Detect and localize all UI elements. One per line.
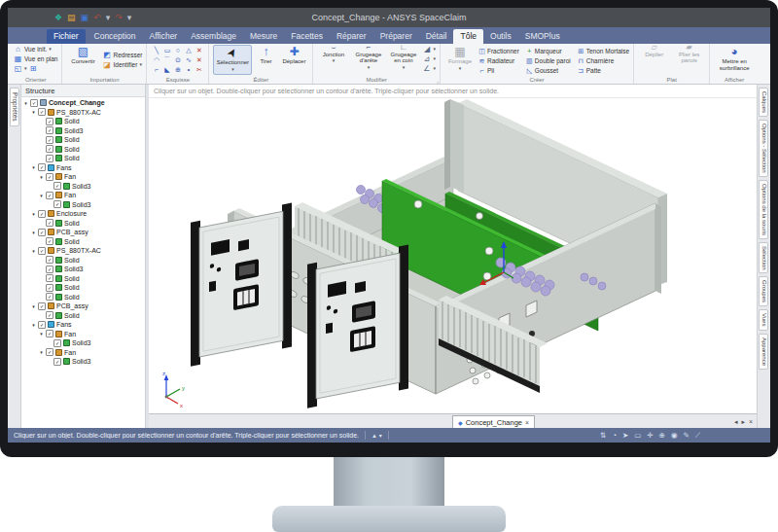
visibility-checkbox[interactable]: ✓ [46,348,53,356]
visibility-checkbox[interactable]: ✓ [46,126,53,134]
tree-row-solid3[interactable]: ✓Solid3 [21,200,145,210]
identifier-button[interactable]: ◪ Identifier ▾ [102,60,142,69]
expander-icon[interactable]: ▾ [39,349,44,355]
corner-relief-button[interactable]: ∠▾ [422,64,436,73]
ribbon-tab-afficher[interactable]: Afficher [143,29,185,44]
tree-row-ps_880tx-ac[interactable]: ▾✓PS_880TX-AC [21,108,145,118]
visibility-checkbox[interactable]: ✓ [46,155,53,162]
vue-en-plan-button[interactable]: ▦ Vue en plan [14,54,57,63]
tenon-mortaise-button[interactable]: ⊞Tenon Mortaise [578,47,629,55]
deplacer-button[interactable]: ✚ Déplacer [279,45,308,75]
tree-row-solid[interactable]: ✓Solid [21,256,145,266]
ribbon-tab-outils[interactable]: Outils [483,29,518,44]
visibility-checkbox[interactable]: ✓ [46,284,53,292]
spline-icon[interactable]: ∿ [183,55,194,65]
visibility-checkbox[interactable]: ✓ [46,237,53,245]
ribbon-tab-mesure[interactable]: Mesure [243,29,284,44]
expander-icon[interactable]: ▾ [31,211,36,217]
tree-row-fan[interactable]: ▾✓Fan [21,172,145,182]
visibility-checkbox[interactable]: ✓ [46,219,53,227]
visibility-checkbox[interactable]: ✓ [38,321,46,329]
tree-row-ps_880tx-ac[interactable]: ▾✓PS_880TX-AC [21,246,145,256]
tree-row-solid3[interactable]: ✓Solid3 [21,126,145,136]
ribbon-tab-assemblage[interactable]: Assemblage [184,29,243,44]
expander-icon[interactable]: ▾ [31,322,36,328]
expander-icon[interactable]: ▾ [31,164,36,170]
expander-icon[interactable]: ▾ [31,230,36,235]
tree-row-solid[interactable]: ✓Solid [21,219,145,229]
close-tab-icon[interactable]: × [525,419,529,426]
tree-row-solid3[interactable]: ✓Solid3 [21,338,145,348]
tree-row-solid[interactable]: ✓Solid [21,117,145,126]
visibility-checkbox[interactable]: ✓ [53,358,61,366]
visibility-checkbox[interactable]: ✓ [46,311,53,319]
bend-button[interactable]: ◢▾ [422,45,436,53]
expander-icon[interactable]: ▾ [39,193,44,198]
charniere-button[interactable]: ⊓Charnière [578,56,629,65]
tree-row-solid[interactable]: ✓Solid [21,237,145,247]
right-tab-options-s-lection[interactable]: Options - Sélection [759,120,768,177]
viewport-3d[interactable]: Cliquer sur un objet. Double-cliquer pou… [149,85,757,413]
ribbon-tab-smoplus[interactable]: SMOPlus [518,29,567,44]
document-tab[interactable]: ◆ Concept_Change × [452,415,535,428]
pli-button[interactable]: ⌐Pli [478,66,519,75]
visibility-checkbox[interactable]: ✓ [53,182,61,190]
expander-icon[interactable]: ▾ [31,109,36,115]
orbit-icon[interactable]: ◔ [612,431,617,441]
expander-icon[interactable]: ▾ [31,303,36,309]
right-tab-s-lection[interactable]: Sélection [759,242,768,274]
model-canvas[interactable]: z y x [149,97,757,413]
visibility-checkbox[interactable]: ✓ [53,200,61,208]
zoom-icon[interactable]: ⊕ [659,431,665,441]
arc-icon[interactable]: ◠ [151,55,161,65]
patte-button[interactable]: ⊐Patte [578,66,629,75]
expander-icon[interactable]: ▾ [39,331,44,337]
tree-row-concept_change[interactable]: ▾✓Concept_Change [21,98,145,108]
visibility-checkbox[interactable]: ✓ [53,339,61,347]
ribbon-tab-réparer[interactable]: Réparer [330,29,373,44]
visibility-checkbox[interactable]: ✓ [38,302,46,310]
unbend-button[interactable]: ⊿▾ [422,54,436,63]
radiateur-button[interactable]: ≋Radiateur [478,56,519,65]
visibility-checkbox[interactable]: ✓ [38,229,46,236]
right-tab-apparence[interactable]: Apparence [759,334,768,370]
polygon-icon[interactable]: △ [183,46,194,55]
scroll-right-icon[interactable]: ▸ [741,418,745,426]
ribbon-tab-préparer[interactable]: Préparer [373,29,419,44]
orienter-extra-buttons[interactable]: ◱ ▾ ⊞ [14,64,57,73]
visibility-checkbox[interactable]: ✓ [38,163,46,171]
visibility-checkbox[interactable]: ✓ [46,266,53,273]
line-icon[interactable]: ╲ [151,46,161,55]
visibility-checkbox[interactable]: ✓ [46,256,53,264]
offset-icon[interactable]: ⊕ [172,65,183,75]
right-tab-vues[interactable]: Vues [759,309,768,330]
formage-button[interactable]: ▦ Formage ▾ [444,45,476,75]
tirer-button[interactable]: ↑ Tirer [255,45,276,75]
jonction-button[interactable]: ⌣ Jonction ▾ [317,45,349,75]
tree-row-pcb_assy[interactable]: ▾✓PCB_assy [21,228,145,237]
tangent-arc-icon[interactable]: ⌒ [161,55,172,65]
expander-icon[interactable]: ▾ [31,248,36,254]
visibility-checkbox[interactable]: ✓ [46,136,53,144]
tree-row-pcb_assy[interactable]: ▾✓PCB_assy [21,301,145,311]
tree-row-solid[interactable]: ✓Solid [21,154,145,163]
measure-icon[interactable]: ⟋ [695,431,700,441]
gousset-button[interactable]: ◺Gousset [526,66,571,75]
sync-icon[interactable]: ⇅ [600,431,606,441]
fillet-icon[interactable]: ⌐ [151,65,161,75]
ribbon-tab-conception[interactable]: Conception [88,29,143,44]
tree-row-fans[interactable]: ▾✓Fans [21,163,145,173]
circle-icon[interactable]: ○ [172,46,183,55]
visibility-checkbox[interactable]: ✓ [46,293,53,301]
scroll-left-icon[interactable]: ◂ [734,418,738,426]
trim-icon[interactable]: ✕ [194,46,204,55]
ribbon-tab-fichier[interactable]: Fichier [47,29,86,44]
split-line-icon[interactable]: ✕ [194,55,204,65]
grugeage-arete-button[interactable]: ⌐ Grugeage d'arête ▾ [352,45,384,75]
tree-row-fans[interactable]: ▾✓Fans [21,320,145,330]
expander-icon[interactable]: ▾ [23,100,28,106]
visibility-checkbox[interactable]: ✓ [46,330,53,337]
tree-row-enclosure[interactable]: ▾✓Enclosure [21,209,145,219]
visibility-checkbox[interactable]: ✓ [38,210,46,218]
fractionner-button[interactable]: ◫Fractionner [478,47,519,55]
